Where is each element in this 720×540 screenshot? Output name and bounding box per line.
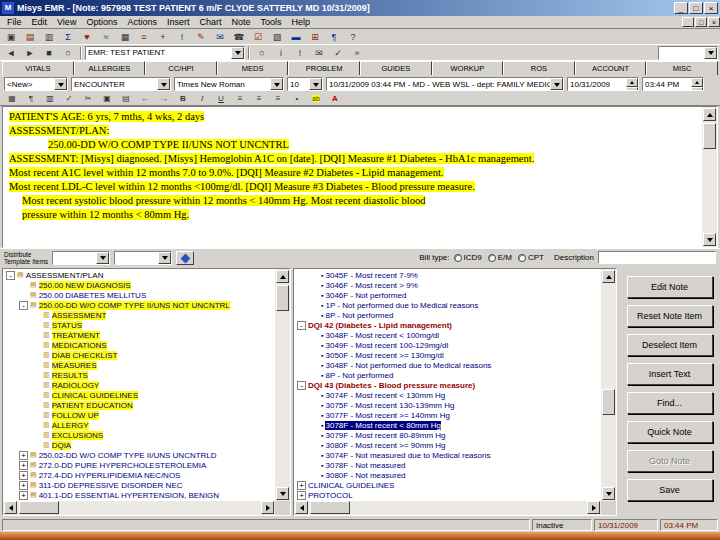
tasks-icon[interactable]: ✓ [329, 46, 347, 60]
tree-item[interactable]: ▪ 3080F - Most recent >= 90mm Hg [295, 440, 600, 450]
radio-icon[interactable] [454, 254, 462, 262]
mdi-minimize-button[interactable]: _ [682, 17, 694, 27]
tree-item[interactable]: ▥ EXCLUSIONS [4, 430, 274, 440]
scroll-up-icon[interactable] [703, 108, 716, 121]
tree-item[interactable]: ▥ RESULTS [4, 370, 274, 380]
tab-misc[interactable]: MISC [646, 61, 718, 75]
back-icon[interactable]: ◄ [2, 46, 20, 60]
tab-meds[interactable]: MEDS [217, 61, 289, 75]
stop-icon[interactable]: ■ [40, 46, 58, 60]
tree-item[interactable]: ▪ 3079F - Most recent 80-89mm Hg [295, 430, 600, 440]
edit-note-button[interactable]: Edit Note [627, 276, 713, 298]
more-icon[interactable]: » [348, 46, 366, 60]
tree-item[interactable]: ▥ ASSESSMENT [4, 310, 274, 320]
tab-account[interactable]: ACCOUNT [575, 61, 647, 75]
paste-icon[interactable]: ▤ [117, 93, 135, 105]
reset-note-item-button[interactable]: Reset Note Item [627, 305, 713, 327]
expander-icon[interactable]: - [19, 301, 28, 310]
scrollbar-thumb[interactable] [276, 285, 289, 311]
patient-chart-icon[interactable]: ▤ [21, 30, 39, 44]
mid-tree-vertical-scrollbar[interactable] [601, 269, 616, 501]
align-left-icon[interactable]: ≡ [231, 93, 249, 105]
expander-icon[interactable]: + [19, 461, 28, 470]
preview-icon[interactable]: ▥ [41, 93, 59, 105]
save-button[interactable]: Save [627, 479, 713, 501]
problem-list-icon[interactable]: ! [173, 30, 191, 44]
bold-button[interactable]: B [174, 93, 192, 105]
tree-item[interactable]: ▪ 3074F - Most recent < 130mm Hg [295, 390, 600, 400]
tab-problem[interactable]: PROBLEM [288, 61, 360, 75]
billtype-icd9-radio[interactable]: ICD9 [454, 253, 482, 262]
session-combo[interactable]: 10/31/2009 03:44 PM - MD - WEB WSL - dep… [326, 77, 564, 91]
chevron-down-icon[interactable] [550, 78, 563, 90]
menu-view[interactable]: View [52, 17, 81, 27]
letters-icon[interactable]: ✉ [211, 30, 229, 44]
tree-item[interactable]: ▥ MEASURES [4, 360, 274, 370]
scroll-left-icon[interactable] [295, 501, 308, 514]
tree-item[interactable]: ▤ 250.00 NEW DIAGNOSIS [4, 280, 274, 290]
scroll-down-icon[interactable] [602, 487, 615, 500]
spin-down-icon[interactable] [626, 87, 638, 91]
align-right-icon[interactable]: ≡ [269, 93, 287, 105]
font-color-icon[interactable]: A [326, 93, 344, 105]
expander-icon[interactable]: - [6, 271, 15, 280]
goto-note-button[interactable]: Goto Note [627, 450, 713, 472]
phone-message-icon[interactable]: ☎ [230, 30, 248, 44]
tree-item[interactable]: ▪ 3075F - Most recent 130-139mm Hg [295, 400, 600, 410]
tree-item[interactable]: ▥ CLINICAL GUIDELINES [4, 390, 274, 400]
minimize-button[interactable]: _ [674, 2, 688, 14]
quick-select-combo[interactable] [658, 46, 718, 60]
chevron-down-icon[interactable] [231, 47, 244, 59]
tree-item[interactable]: ▪ 3078F - Not measured [295, 460, 600, 470]
tree-item[interactable]: + CLINICAL GUIDELINES [295, 480, 600, 490]
chevron-down-icon[interactable] [158, 252, 171, 264]
expander-icon[interactable]: + [297, 491, 306, 500]
align-center-icon[interactable]: ≡ [250, 93, 268, 105]
expander-icon[interactable]: + [19, 471, 28, 480]
tree-item[interactable]: + ▤ 250.02-DD W/O COMP TYPE II/UNS UNCNT… [4, 450, 274, 460]
tree-item[interactable]: ▪ 3048F - Not performed due to Medical r… [295, 360, 600, 370]
tree-item[interactable]: ▪ 3046F - Not performed [295, 290, 600, 300]
tree-item[interactable]: ▥ TREATMENT [4, 330, 274, 340]
tab-vitals[interactable]: VITALS [2, 61, 74, 75]
desktop-icon[interactable]: ▣ [2, 30, 20, 44]
mail-icon[interactable]: ✉ [310, 46, 328, 60]
scroll-right-icon[interactable] [261, 501, 274, 514]
tree-item[interactable]: ▪ 8P - Not performed [295, 310, 600, 320]
note-editor[interactable]: PATIENT'S AGE: 6 yrs, 7 mths, 4 wks, 2 d… [3, 107, 701, 247]
tree-item[interactable]: ▪ 8P - Not performed [295, 370, 600, 380]
tree-item[interactable]: ▪ 3050F - Most recent >= 130mg/dl [295, 350, 600, 360]
chevron-down-icon[interactable] [270, 78, 283, 90]
tree-item[interactable]: ▥ PATIENT EDUCATION [4, 400, 274, 410]
spellcheck-icon[interactable]: ✓ [60, 93, 78, 105]
medications-icon[interactable]: + [154, 30, 172, 44]
deselect-item-button[interactable]: Deselect Item [627, 334, 713, 356]
tree-item[interactable]: ▥ MEDICATIONS [4, 340, 274, 350]
spin-up-icon[interactable] [691, 78, 703, 87]
quick-note-button[interactable]: Quick Note [627, 421, 713, 443]
tree-item[interactable]: + ▤ 401.1-DD ESSENTIAL HYPERTENSION, BEN… [4, 490, 274, 500]
growth-chart-icon[interactable]: ≈ [97, 30, 115, 44]
scrollbar-thumb[interactable] [703, 123, 716, 149]
insert-text-button[interactable]: Insert Text [627, 363, 713, 385]
summary-icon[interactable]: Σ [59, 30, 77, 44]
tree-item[interactable]: - DQI 42 (Diabetes - Lipid management) [295, 320, 600, 330]
restore-button[interactable]: □ [689, 2, 703, 14]
mdi-restore-button[interactable]: □ [695, 17, 707, 27]
chevron-down-icon[interactable] [157, 78, 170, 90]
scrollbar-thumb[interactable] [602, 389, 615, 415]
search-icon[interactable]: ○ [253, 46, 271, 60]
tree-item[interactable]: - DQI 43 (Diabetes - Blood pressure meas… [295, 380, 600, 390]
vitals-icon[interactable]: ♥ [78, 30, 96, 44]
tree-item[interactable]: ▥ RADIOLOGY [4, 380, 274, 390]
tree-item[interactable]: ▪ 3046F - Most recent > 9% [295, 280, 600, 290]
menu-help[interactable]: Help [287, 17, 316, 27]
left-tree-horizontal-scrollbar[interactable] [3, 501, 275, 515]
tree-item[interactable]: ▪ 3045F - Most recent 7-9% [295, 270, 600, 280]
tree-item[interactable]: ▪ 3077F - Most recent >= 140mm Hg [295, 410, 600, 420]
tree-item[interactable]: ▥ STATUS [4, 320, 274, 330]
calculator-icon[interactable]: ⊞ [306, 30, 324, 44]
help-icon[interactable]: ? [344, 30, 362, 44]
tree-item[interactable]: ▪ 3049F - Most recent 100-129mg/dl [295, 340, 600, 350]
menu-tools[interactable]: Tools [255, 17, 286, 27]
